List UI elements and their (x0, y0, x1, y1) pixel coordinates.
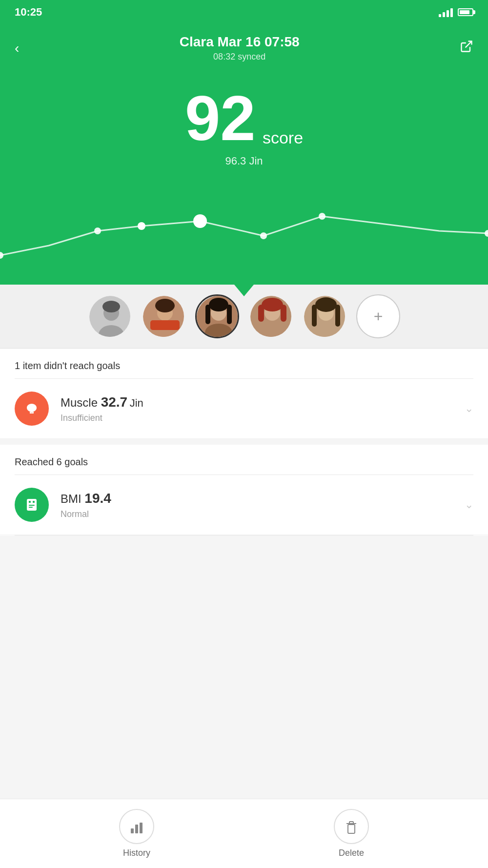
svg-rect-39 (29, 505, 35, 506)
export-button[interactable] (460, 40, 473, 57)
goals-reached-section: Reached 6 goals BMI 19.4 Normal ⌄ (0, 445, 488, 536)
svg-rect-35 (335, 305, 340, 327)
svg-point-1 (0, 252, 3, 259)
muscle-metric-content: Muscle 32.7 Jin Insufficient (61, 394, 460, 423)
goals-not-reached-header: 1 item didn't reach goals (0, 349, 488, 378)
svg-point-6 (319, 213, 325, 220)
svg-rect-21 (205, 305, 210, 324)
svg-rect-38 (33, 501, 35, 503)
svg-point-5 (260, 232, 267, 239)
muscle-value: 32.7 (101, 394, 128, 410)
svg-rect-37 (29, 501, 31, 503)
avatar-3-active[interactable] (195, 294, 239, 338)
svg-rect-28 (258, 305, 264, 322)
muscle-metric-row[interactable]: Muscle 32.7 Jin Insufficient ⌄ (0, 379, 488, 439)
score-label: score (263, 128, 303, 147)
bmi-chevron-icon: ⌄ (465, 498, 473, 511)
svg-rect-40 (29, 507, 33, 508)
score-section: 92 score 96.3 Jin (0, 67, 488, 177)
bar-chart-icon (128, 818, 145, 835)
history-icon-circle (119, 809, 154, 844)
status-bar: 10:25 (0, 0, 488, 24)
header-subtitle: 08:32 synced (180, 52, 300, 62)
svg-point-4 (193, 214, 207, 228)
svg-point-2 (94, 227, 101, 234)
muscle-chevron-icon: ⌄ (465, 402, 473, 415)
score-weight: 96.3 Jin (15, 155, 473, 177)
avatar-5[interactable] (303, 294, 346, 338)
bmi-status: Normal (61, 509, 460, 519)
header: ‹ Clara Mar 16 07:58 08:32 synced (0, 24, 488, 67)
bmi-icon-circle (15, 488, 49, 522)
status-icons (439, 7, 473, 17)
delete-label: Delete (339, 848, 364, 858)
svg-rect-29 (281, 305, 286, 322)
header-title: Clara Mar 16 07:58 (180, 34, 300, 50)
avatar-1[interactable] (88, 294, 132, 338)
svg-point-15 (155, 299, 175, 312)
bmi-metric-line: BMI 19.4 (61, 491, 460, 506)
svg-line-0 (466, 41, 472, 48)
svg-rect-44 (348, 825, 355, 833)
history-label: History (123, 848, 150, 858)
muscle-status: Insufficient (61, 413, 460, 423)
add-icon: + (374, 308, 383, 326)
section-break (0, 439, 488, 445)
signal-icon (439, 7, 453, 17)
svg-rect-34 (312, 305, 317, 327)
battery-icon (458, 8, 473, 16)
svg-rect-41 (131, 828, 134, 833)
trash-icon (343, 818, 360, 835)
bmi-title: BMI (61, 492, 84, 505)
back-button[interactable]: ‹ (15, 41, 19, 56)
svg-point-11 (102, 301, 120, 312)
svg-rect-16 (150, 320, 180, 330)
muscle-icon-circle (15, 392, 49, 426)
muscle-metric-line: Muscle 32.7 Jin (61, 394, 460, 410)
bottom-nav: History Delete (0, 799, 488, 868)
svg-rect-42 (135, 825, 138, 833)
svg-rect-22 (227, 305, 232, 324)
status-time: 10:25 (15, 6, 42, 19)
svg-point-20 (209, 298, 228, 311)
muscle-unit: Jin (130, 397, 143, 409)
delete-icon-circle (334, 809, 369, 844)
delete-nav-item[interactable]: Delete (334, 809, 369, 858)
score-value: 92 (185, 86, 256, 150)
bottom-spacer (0, 536, 488, 599)
goals-reached-header: Reached 6 goals (0, 445, 488, 475)
goals-not-reached-section: 1 item didn't reach goals Muscle 32.7 Ji… (0, 349, 488, 439)
add-avatar-button[interactable]: + (356, 294, 400, 338)
svg-point-33 (315, 297, 337, 312)
chart-area (0, 177, 488, 285)
muscle-title: Muscle (61, 396, 101, 409)
avatar-4[interactable] (249, 294, 293, 338)
svg-point-27 (262, 298, 283, 311)
svg-point-3 (138, 222, 145, 230)
avatar-2[interactable] (142, 294, 185, 338)
bmi-metric-row[interactable]: BMI 19.4 Normal ⌄ (0, 475, 488, 535)
header-center: Clara Mar 16 07:58 08:32 synced (180, 34, 300, 62)
bmi-value: 19.4 (84, 491, 111, 506)
bmi-metric-content: BMI 19.4 Normal (61, 491, 460, 519)
svg-point-7 (485, 230, 488, 237)
svg-rect-43 (140, 823, 142, 833)
history-nav-item[interactable]: History (119, 809, 154, 858)
